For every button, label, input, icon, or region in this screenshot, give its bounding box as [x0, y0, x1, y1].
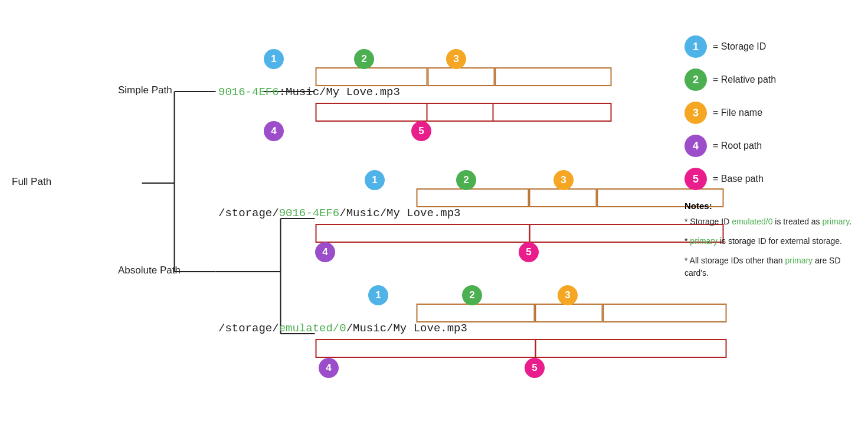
path-diagram: Full Path Simple Path Absolute Path 9016…: [0, 0, 673, 427]
emulated-path-text: /storage/emulated/0/Music/My Love.mp3: [218, 322, 467, 335]
legend-file-name: 3 = File name: [684, 102, 856, 124]
legend-circle-1: 1: [684, 35, 707, 58]
badge-1-uuid: 1: [365, 170, 385, 190]
note-1: * Storage ID emulated/0 is treated as pr…: [684, 216, 856, 228]
simple-path-text: 9016-4EF6:Music/My Love.mp3: [218, 86, 400, 99]
legend-circle-4: 4: [684, 135, 707, 157]
badge-4-emulated: 4: [319, 358, 339, 378]
badge-1-simple: 1: [264, 49, 284, 69]
badge-5-uuid: 5: [519, 242, 539, 262]
simple-path-label: Simple Path: [118, 84, 172, 96]
legend-label-4: = Root path: [713, 141, 762, 151]
note-3: * All storage IDs other than primary are…: [684, 255, 856, 279]
legend-circle-2: 2: [684, 69, 707, 91]
notes-section: Notes: * Storage ID emulated/0 is treate…: [684, 201, 856, 279]
legend-area: 1 = Storage ID 2 = Relative path 3 = Fil…: [673, 0, 868, 427]
uuid-path-text: /storage/9016-4EF6/Music/My Love.mp3: [218, 207, 460, 220]
note-2: * primary is storage ID for external sto…: [684, 235, 856, 247]
badge-3-simple: 3: [446, 49, 466, 69]
legend-storage-id: 1 = Storage ID: [684, 35, 856, 58]
legend-label-5: = Base path: [713, 174, 764, 184]
legend-relative-path: 2 = Relative path: [684, 69, 856, 91]
badge-2-uuid: 2: [456, 170, 476, 190]
legend-label-2: = Relative path: [713, 74, 776, 85]
badge-5-emulated: 5: [525, 358, 545, 378]
badge-4-uuid: 4: [315, 242, 335, 262]
badge-1-emulated: 1: [368, 285, 388, 305]
badge-3-uuid: 3: [553, 170, 574, 190]
badge-3-emulated: 3: [558, 285, 578, 305]
absolute-path-label: Absolute Path: [118, 265, 181, 276]
badge-2-emulated: 2: [462, 285, 482, 305]
legend-circle-5: 5: [684, 168, 707, 190]
notes-title: Notes:: [684, 201, 856, 211]
legend-root-path: 4 = Root path: [684, 135, 856, 157]
full-path-label: Full Path: [12, 176, 51, 188]
main-container: Full Path Simple Path Absolute Path 9016…: [0, 0, 868, 427]
badge-4-simple: 4: [264, 121, 284, 141]
legend-label-1: = Storage ID: [713, 41, 766, 52]
badge-2-simple: 2: [354, 49, 374, 69]
legend-label-3: = File name: [713, 107, 762, 118]
legend-base-path: 5 = Base path: [684, 168, 856, 190]
legend-circle-3: 3: [684, 102, 707, 124]
badge-5-simple: 5: [411, 121, 431, 141]
